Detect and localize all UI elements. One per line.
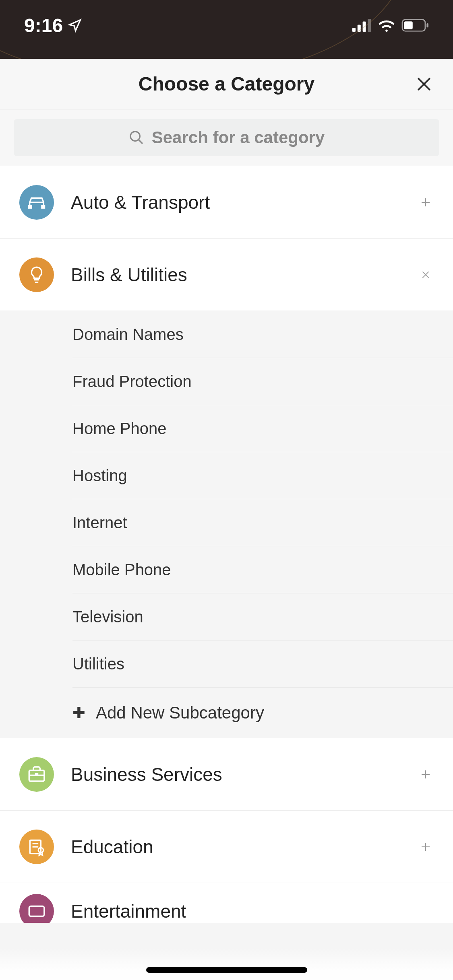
svg-rect-1 [358, 25, 361, 32]
expand-button[interactable] [418, 194, 434, 210]
subcategory-hosting[interactable]: Hosting [72, 452, 453, 499]
category-label: Business Services [71, 764, 401, 785]
svg-rect-5 [404, 21, 412, 29]
category-bills-utilities[interactable]: Bills & Utilities [0, 239, 453, 311]
subcategory-label: Utilities [72, 655, 124, 673]
subcategory-television[interactable]: Television [72, 593, 453, 640]
certificate-icon [19, 830, 54, 864]
svg-rect-12 [29, 206, 32, 208]
wifi-icon [377, 19, 396, 32]
plus-icon: ✚ [72, 704, 85, 722]
subcategory-label: Hosting [72, 467, 127, 485]
subcategory-domain-names[interactable]: Domain Names [72, 311, 453, 358]
add-subcategory-label: Add New Subcategory [96, 703, 264, 723]
subcategory-internet[interactable]: Internet [72, 499, 453, 546]
collapse-button[interactable] [418, 267, 434, 283]
category-business-services[interactable]: Business Services [0, 738, 453, 811]
car-icon [19, 185, 54, 220]
svg-line-10 [139, 140, 143, 144]
footer-fade [0, 948, 453, 980]
category-label: Auto & Transport [71, 191, 401, 213]
category-label: Bills & Utilities [71, 264, 401, 286]
svg-rect-2 [363, 21, 366, 32]
battery-icon [401, 19, 429, 32]
svg-rect-0 [352, 28, 356, 32]
subcategory-label: Mobile Phone [72, 561, 171, 579]
search-input[interactable]: Search for a category [14, 119, 439, 156]
svg-rect-13 [42, 206, 45, 208]
status-bar: 9:16 [0, 0, 453, 59]
category-entertainment[interactable]: Entertainment [0, 883, 453, 923]
subcategory-list: Domain Names Fraud Protection Home Phone… [0, 311, 453, 738]
home-indicator[interactable] [146, 967, 307, 973]
svg-rect-6 [426, 23, 428, 28]
search-placeholder: Search for a category [152, 128, 325, 147]
category-label: Education [71, 836, 401, 858]
category-auto-transport[interactable]: Auto & Transport [0, 166, 453, 239]
subcategory-label: Home Phone [72, 420, 166, 438]
location-icon [68, 18, 82, 33]
subcategory-utilities[interactable]: Utilities [72, 640, 453, 688]
status-time-text: 9:16 [24, 14, 63, 37]
subcategory-mobile-phone[interactable]: Mobile Phone [72, 546, 453, 593]
lightbulb-icon [19, 257, 54, 292]
plus-icon [420, 841, 432, 853]
close-button[interactable] [412, 72, 436, 96]
page-header: Choose a Category [0, 59, 453, 109]
subcategory-label: Internet [72, 514, 127, 532]
svg-point-9 [130, 132, 140, 141]
subcategory-home-phone[interactable]: Home Phone [72, 405, 453, 452]
close-icon [415, 75, 433, 93]
subcategory-label: Domain Names [72, 325, 184, 344]
svg-rect-29 [29, 906, 44, 916]
briefcase-icon [19, 757, 54, 792]
plus-icon [420, 768, 432, 780]
subcategory-label: Fraud Protection [72, 373, 192, 391]
category-list: Auto & Transport Bills & Utilities Domai… [0, 166, 453, 923]
subcategory-label: Television [72, 608, 143, 626]
expand-button[interactable] [418, 839, 434, 855]
category-label: Entertainment [71, 900, 434, 922]
close-small-icon [420, 270, 431, 280]
status-indicators [352, 19, 429, 32]
search-icon [128, 130, 145, 146]
status-time: 9:16 [24, 14, 82, 37]
expand-button[interactable] [418, 766, 434, 782]
add-subcategory-button[interactable]: ✚ Add New Subcategory [72, 688, 453, 738]
search-container: Search for a category [0, 109, 453, 166]
entertainment-icon [19, 894, 54, 924]
page-title: Choose a Category [139, 73, 314, 95]
plus-icon [420, 196, 432, 208]
subcategory-fraud-protection[interactable]: Fraud Protection [72, 358, 453, 405]
cellular-icon [352, 19, 372, 32]
category-education[interactable]: Education [0, 811, 453, 883]
svg-rect-3 [368, 19, 371, 32]
